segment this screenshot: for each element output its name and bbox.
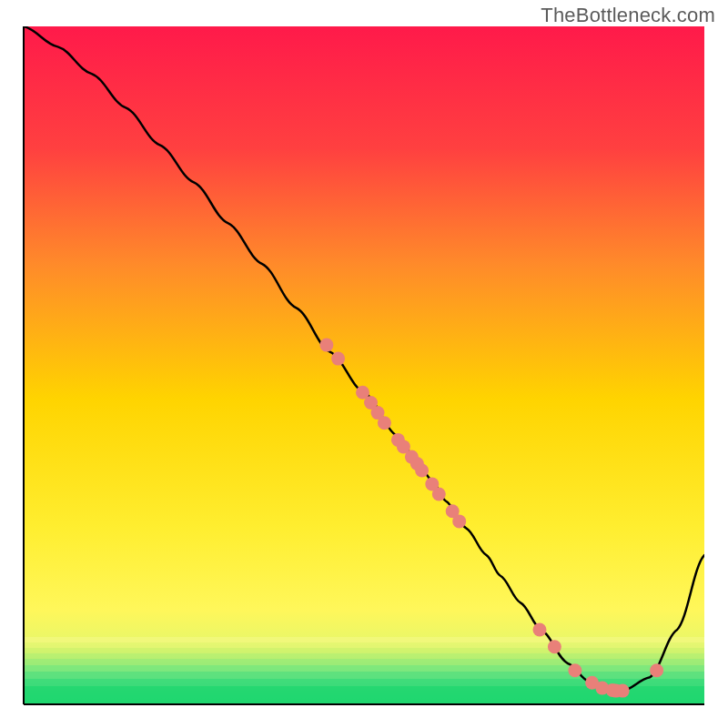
chart-svg — [0, 0, 728, 728]
curve-marker — [533, 623, 547, 637]
curve-marker — [568, 663, 581, 677]
svg-rect-3 — [24, 648, 704, 653]
curve-marker — [650, 663, 663, 677]
curve-marker — [331, 352, 345, 366]
curve-marker — [452, 514, 466, 528]
curve-marker — [432, 488, 446, 501]
svg-rect-1 — [24, 637, 704, 642]
svg-rect-5 — [24, 659, 704, 665]
svg-rect-4 — [24, 653, 704, 659]
curve-marker — [415, 464, 429, 478]
plot-background — [24, 26, 704, 704]
curve-marker — [616, 684, 630, 698]
chart-container: TheBottleneck.com — [0, 0, 728, 728]
curve-marker — [548, 640, 561, 653]
svg-rect-7 — [24, 672, 704, 679]
curve-marker — [378, 416, 391, 430]
watermark-text: TheBottleneck.com — [541, 4, 715, 27]
svg-rect-6 — [24, 665, 704, 672]
svg-rect-2 — [24, 642, 704, 648]
curve-marker — [319, 339, 333, 352]
